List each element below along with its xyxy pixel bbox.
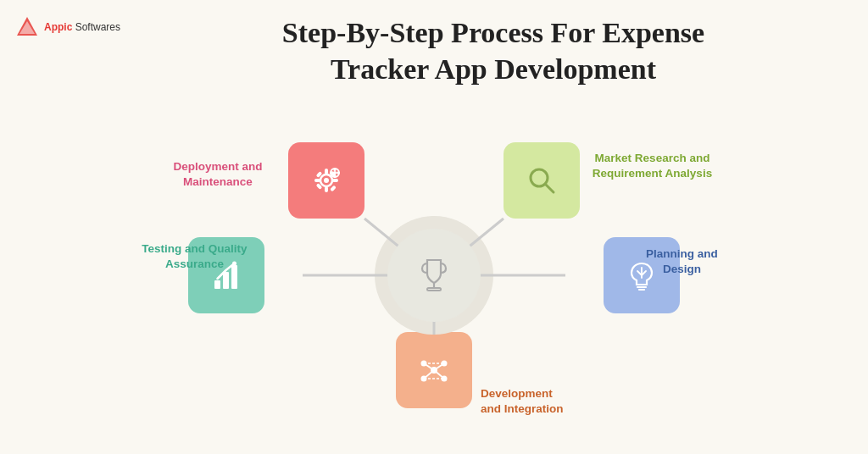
- svg-rect-47: [427, 288, 441, 291]
- center-hub: [387, 229, 481, 322]
- logo-text: Appic Softwares: [44, 21, 120, 33]
- title-line2: Tracker App Development: [136, 52, 851, 88]
- logo: Appic Softwares: [15, 15, 120, 39]
- page: Appic Softwares Step-By-Step Process For…: [0, 0, 868, 454]
- main-title: Step-By-Step Process For Expense Tracker…: [136, 15, 851, 87]
- diagram: Deployment andMaintenance Market Researc…: [137, 119, 731, 432]
- trophy-icon: [412, 253, 456, 297]
- logo-icon: [15, 15, 39, 39]
- title-area: Step-By-Step Process For Expense Tracker…: [136, 15, 851, 87]
- title-line1: Step-By-Step Process For Expense: [136, 15, 851, 52]
